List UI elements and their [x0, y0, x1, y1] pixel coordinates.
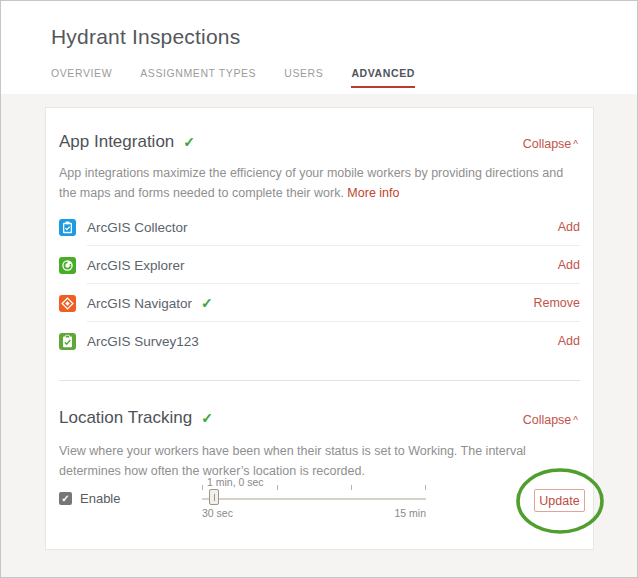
navigator-icon: [59, 295, 76, 312]
add-link[interactable]: Add: [558, 258, 580, 272]
check-icon: ✓: [183, 134, 195, 150]
screenshot-frame: Hydrant Inspections OVERVIEW ASSIGNMENT …: [0, 0, 638, 578]
caret-up-icon: ^: [573, 415, 578, 426]
tab-bar: OVERVIEW ASSIGNMENT TYPES USERS ADVANCED: [51, 67, 415, 88]
checkbox-check-icon: ✓: [61, 493, 69, 504]
slider-tick: [277, 485, 278, 490]
location-tracking-title: Location Tracking: [59, 408, 192, 427]
app-name: ArcGIS Explorer: [87, 258, 185, 273]
app-row-navigator: ArcGIS Navigator ✓ Remove: [59, 284, 580, 322]
slider-tick: [425, 485, 426, 490]
app-name: ArcGIS Collector: [87, 220, 188, 235]
slider-value-label: 1 min, 0 sec: [207, 476, 264, 488]
tab-overview[interactable]: OVERVIEW: [51, 67, 112, 88]
check-icon: ✓: [201, 410, 213, 426]
location-tracking-description: View where your workers have been when t…: [59, 441, 582, 481]
slider-tick: [202, 485, 203, 490]
tab-advanced[interactable]: ADVANCED: [351, 67, 415, 88]
more-info-link[interactable]: More info: [347, 186, 399, 200]
enable-label: Enable: [80, 491, 120, 506]
app-integration-title: App Integration: [59, 132, 174, 151]
collector-icon: [59, 219, 76, 236]
interval-slider: 1 min, 0 sec 30 sec 15 min: [202, 476, 426, 524]
app-row-collector: ArcGIS Collector ✓ Add: [59, 208, 580, 246]
app-integration-collapse-link[interactable]: Collapse^: [523, 137, 578, 151]
app-row-survey123: ArcGIS Survey123 ✓ Add: [59, 322, 580, 360]
tab-assignment-types[interactable]: ASSIGNMENT TYPES: [140, 67, 256, 88]
settings-card: App Integration✓ Collapse^ App integrati…: [45, 107, 594, 550]
page-header: Hydrant Inspections OVERVIEW ASSIGNMENT …: [1, 1, 637, 94]
survey123-icon: [59, 333, 76, 350]
app-integration-heading: App Integration✓: [59, 132, 195, 152]
app-name: ArcGIS Survey123: [87, 334, 199, 349]
collapse-label: Collapse: [523, 413, 572, 427]
slider-max-label: 15 min: [394, 507, 426, 519]
section-divider: [59, 380, 580, 381]
tab-users[interactable]: USERS: [284, 67, 323, 88]
check-icon: ✓: [201, 295, 213, 311]
slider-min-label: 30 sec: [202, 507, 233, 519]
description-text: App integrations maximize the efficiency…: [59, 166, 563, 200]
remove-link[interactable]: Remove: [533, 296, 580, 310]
enable-checkbox[interactable]: ✓: [59, 492, 72, 505]
slider-tick: [351, 485, 352, 490]
app-list: ArcGIS Collector ✓ Add ArcGIS Explorer ✓…: [59, 208, 580, 360]
collapse-label: Collapse: [523, 137, 572, 151]
explorer-icon: [59, 257, 76, 274]
slider-handle[interactable]: [209, 489, 219, 505]
slider-track[interactable]: [202, 498, 426, 500]
page-title: Hydrant Inspections: [51, 25, 240, 49]
caret-up-icon: ^: [573, 139, 578, 150]
add-link[interactable]: Add: [558, 334, 580, 348]
app-name: ArcGIS Navigator: [87, 296, 192, 311]
location-tracking-heading: Location Tracking✓: [59, 408, 213, 428]
add-link[interactable]: Add: [558, 220, 580, 234]
app-row-explorer: ArcGIS Explorer ✓ Add: [59, 246, 580, 284]
app-integration-description: App integrations maximize the efficiency…: [59, 163, 582, 203]
update-button[interactable]: Update: [534, 489, 585, 512]
location-tracking-collapse-link[interactable]: Collapse^: [523, 413, 578, 427]
